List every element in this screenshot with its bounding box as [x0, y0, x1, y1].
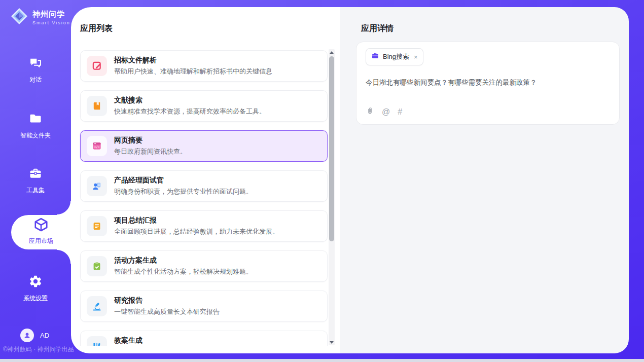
sidebar: 神州问学 Smart Vision 对话 智能文件夹 — [0, 0, 71, 362]
app-title: 活动方案生成 — [114, 256, 253, 265]
app-title: 研究报告 — [114, 296, 220, 305]
list-item-event-plan[interactable]: 活动方案生成 智能生成个性化活动方案，轻松解决规划难题。 — [80, 250, 328, 282]
app-detail-title: 应用详情 — [361, 23, 393, 34]
app-list-viewport: 招标文件解析 帮助用户快速、准确地理解和解析招标书中的关键信息 文献搜索 — [71, 49, 328, 346]
clipboard-check-icon — [87, 256, 107, 276]
scroll-up-icon[interactable] — [329, 49, 335, 55]
scrollbar-thumb[interactable] — [329, 56, 334, 241]
folder-icon — [28, 112, 43, 128]
gear-icon — [28, 274, 43, 291]
app-window: 神州问学 Smart Vision 对话 智能文件夹 — [0, 0, 644, 362]
sidebar-item-smart-folder[interactable]: 智能文件夹 — [0, 112, 71, 140]
query-card[interactable]: Bing搜索 × 今日湖北有哪些新闻要点？有哪些需要关注的最新政策？ @ # — [356, 42, 620, 125]
app-title: 文献搜索 — [114, 96, 266, 105]
microscope-icon — [87, 296, 107, 316]
app-list-title: 应用列表 — [80, 23, 113, 34]
user-account[interactable]: AD — [20, 329, 49, 342]
list-item-bid-analysis[interactable]: 招标文件解析 帮助用户快速、准确地理解和解析招标书中的关键信息 — [80, 50, 328, 82]
bottom-strip — [0, 359, 644, 362]
app-title: 网页摘要 — [114, 136, 187, 145]
book-icon — [87, 96, 107, 116]
briefcase-icon — [371, 52, 379, 62]
app-list: 招标文件解析 帮助用户快速、准确地理解和解析招标书中的关键信息 文献搜索 — [71, 49, 328, 346]
webpage-icon: </> — [87, 136, 107, 156]
sidebar-item-label: 智能文件夹 — [20, 131, 51, 140]
list-item-literature-search[interactable]: 文献搜索 快速精准查找学术资源，提高研究效率的必备工具。 — [80, 90, 328, 122]
list-item-project-summary[interactable]: 项目总结汇报 全面回顾项目进展，总结经验教训，助力未来优化发展。 — [80, 210, 328, 242]
hash-icon[interactable]: # — [398, 108, 402, 116]
list-item-pm-interviewer[interactable]: 产品经理面试官 明确身份和职责，为您提供专业性的面试问题。 — [80, 170, 328, 202]
sidebar-item-label: 应用市场 — [29, 237, 53, 245]
avatar — [20, 329, 34, 342]
app-list-panel: 应用列表 招标文件解析 帮助用户快速、准确地理解和解析招标书中的关键信息 — [71, 7, 340, 353]
list-item-research-report[interactable]: 研究报告 一键智能生成高质量长文本研究报告 — [80, 291, 328, 322]
sidebar-item-label: 系统设置 — [23, 294, 48, 303]
list-item-lesson-plan[interactable]: 教案生成 模板驱动，教案秒成，教学准备从此轻松快捷 — [80, 331, 328, 346]
brand-logo: 神州问学 Smart Vision — [10, 7, 70, 27]
app-desc: 全面回顾项目进展，总结经验教训，助力未来优化发展。 — [114, 227, 279, 236]
sidebar-item-toolset[interactable]: 工具集 — [0, 166, 71, 195]
diamond-logo-icon — [10, 7, 28, 27]
list-item-web-summary[interactable]: </> 网页摘要 每日政府新闻资讯快查。 — [80, 130, 328, 162]
app-desc: 帮助用户快速、准确地理解和解析招标书中的关键信息 — [114, 67, 272, 76]
doc-edit-icon — [87, 56, 107, 76]
close-icon[interactable]: × — [414, 54, 418, 60]
brand-name: 神州问学 — [32, 10, 70, 19]
app-desc: 明确身份和职责，为您提供专业性的面试问题。 — [114, 187, 253, 196]
scroll-down-icon[interactable] — [329, 339, 335, 345]
sidebar-item-label: 工具集 — [26, 186, 45, 195]
app-title: 项目总结汇报 — [114, 216, 279, 225]
books-icon — [87, 336, 107, 346]
copyright-text: ©神州数码 · 神州问学出品 — [3, 345, 74, 354]
app-desc: 快速精准查找学术资源，提高研究效率的必备工具。 — [114, 107, 266, 116]
sidebar-item-chat[interactable]: 对话 — [0, 56, 71, 84]
chat-icon — [28, 56, 43, 72]
cube-icon — [33, 217, 49, 234]
user-name: AD — [40, 332, 49, 339]
app-desc: 每日政府新闻资讯快查。 — [114, 147, 187, 156]
paperclip-icon[interactable] — [366, 106, 374, 117]
attachment-toolbar: @ # — [366, 106, 610, 117]
sidebar-item-settings[interactable]: 系统设置 — [0, 274, 71, 303]
toolbox-icon — [28, 166, 43, 183]
app-title: 教案生成 — [114, 336, 246, 345]
app-desc: 智能生成个性化活动方案，轻松解决规划难题。 — [114, 267, 253, 276]
scrollbar[interactable] — [329, 49, 335, 345]
app-title: 产品经理面试官 — [114, 176, 253, 185]
report-icon — [87, 216, 107, 236]
sidebar-item-app-market[interactable]: 应用市场 — [11, 217, 71, 245]
tool-chip-label: Bing搜索 — [383, 52, 409, 61]
mention-icon[interactable]: @ — [382, 108, 390, 116]
brand-subtitle: Smart Vision — [32, 20, 70, 25]
interviewer-icon — [87, 176, 107, 196]
app-desc: 一键智能生成高质量长文本研究报告 — [114, 307, 220, 316]
app-detail-panel: 应用详情 Bing搜索 × 今日湖北有哪些新闻要点？有哪些需要关注的最新政策？ — [340, 7, 629, 353]
tool-chip-bing-search[interactable]: Bing搜索 × — [366, 48, 423, 65]
query-input[interactable]: 今日湖北有哪些新闻要点？有哪些需要关注的最新政策？ — [366, 78, 610, 88]
sidebar-item-label: 对话 — [29, 76, 42, 84]
app-title: 招标文件解析 — [114, 56, 272, 65]
svg-text:</>: </> — [94, 145, 99, 149]
